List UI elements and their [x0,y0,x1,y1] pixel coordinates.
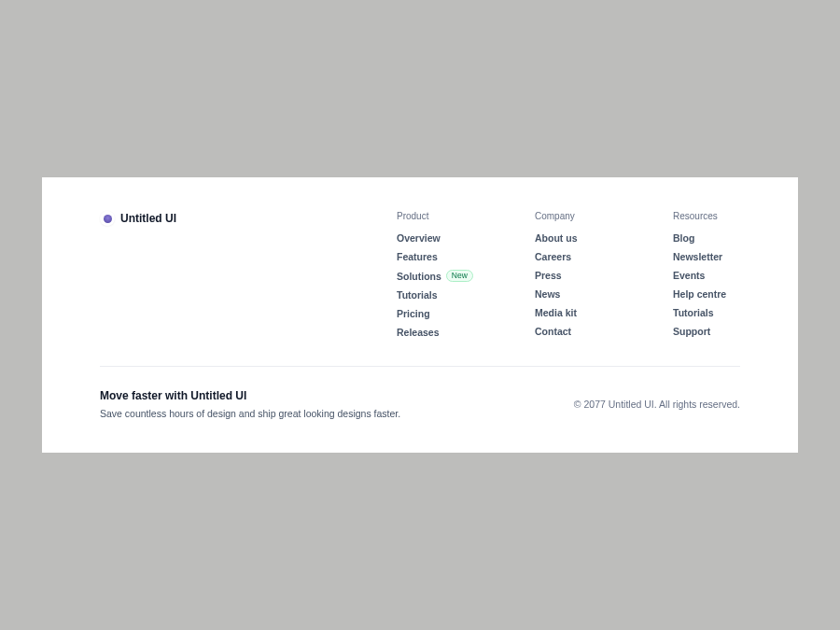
link-label: Media kit [535,307,577,318]
footer-top: Untitled UI Product Overview Features So… [100,211,740,338]
link-label: Tutorials [397,289,438,301]
link-newsletter[interactable]: Newsletter [673,251,763,262]
link-blog[interactable]: Blog [673,232,763,244]
column-heading: Company [535,211,624,221]
link-label: Tutorials [673,307,714,318]
link-about[interactable]: About us [535,232,624,244]
column-resources: Resources Blog Newsletter Events Help ce… [673,211,763,338]
link-tutorials-res[interactable]: Tutorials [673,307,763,318]
link-label: Support [673,326,710,337]
link-label: Overview [397,232,441,244]
link-label: Pricing [397,308,430,319]
link-label: About us [535,232,578,244]
link-mediakit[interactable]: Media kit [535,307,624,318]
link-events[interactable]: Events [673,270,763,281]
link-support[interactable]: Support [673,326,763,337]
link-releases[interactable]: Releases [397,327,486,338]
link-news[interactable]: News [535,288,624,300]
logo[interactable]: Untitled UI [100,211,341,226]
new-badge: New [446,270,473,282]
copyright: © 2077 Untitled UI. All rights reserved. [574,399,740,410]
link-label: Contact [535,326,571,337]
logo-icon [100,211,115,226]
footer: Untitled UI Product Overview Features So… [42,177,798,453]
link-tutorials[interactable]: Tutorials [397,289,486,301]
link-solutions[interactable]: Solutions New [397,270,486,282]
footer-bottom-left: Move faster with Untitled UI Save countl… [100,389,400,419]
tagline: Move faster with Untitled UI [100,389,400,402]
logo-section: Untitled UI [100,211,341,338]
link-label: Events [673,270,705,281]
link-pricing[interactable]: Pricing [397,308,486,319]
link-label: Careers [535,251,571,262]
link-label: Releases [397,327,440,338]
link-label: Help centre [673,288,726,300]
link-label: News [535,288,560,300]
column-product: Product Overview Features Solutions New … [397,211,486,338]
column-heading: Product [397,211,486,221]
link-label: Blog [673,232,694,244]
divider [100,366,740,367]
link-label: Press [535,270,562,281]
subtext: Save countless hours of design and ship … [100,408,400,419]
column-company: Company About us Careers Press News Medi… [535,211,624,338]
logo-text: Untitled UI [120,212,176,225]
footer-columns: Product Overview Features Solutions New … [397,211,763,338]
link-contact[interactable]: Contact [535,326,624,337]
link-label: Newsletter [673,251,722,262]
column-heading: Resources [673,211,763,221]
link-careers[interactable]: Careers [535,251,624,262]
link-helpcentre[interactable]: Help centre [673,288,763,300]
link-features[interactable]: Features [397,251,486,262]
footer-bottom: Move faster with Untitled UI Save countl… [100,389,740,419]
link-overview[interactable]: Overview [397,232,486,244]
link-label: Solutions [397,271,441,282]
link-press[interactable]: Press [535,270,624,281]
link-label: Features [397,251,438,262]
